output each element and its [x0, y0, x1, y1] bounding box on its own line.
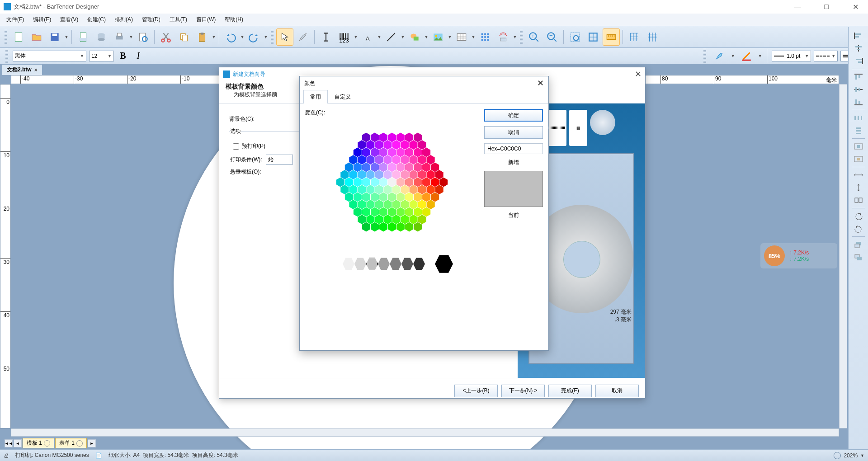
- color-cell[interactable]: [405, 193, 413, 202]
- color-cell[interactable]: [388, 148, 396, 157]
- zoom-out-button[interactable]: −: [543, 28, 561, 46]
- color-cell[interactable]: [405, 133, 413, 142]
- open-button[interactable]: [28, 28, 45, 46]
- zoom-in-button[interactable]: +: [525, 28, 542, 46]
- font-family-combo[interactable]: 黑体▼: [13, 51, 86, 61]
- menu-create[interactable]: 创建(C): [84, 14, 109, 25]
- color-cell[interactable]: [354, 178, 362, 187]
- gray-swatch[interactable]: [343, 257, 354, 271]
- vertical-scrollbar[interactable]: [839, 84, 847, 428]
- color-cell[interactable]: [362, 163, 370, 172]
- fill-dropdown[interactable]: ▼: [731, 54, 735, 58]
- wizard-next-button[interactable]: 下一步(N) >: [501, 385, 545, 397]
- picture-dropdown[interactable]: ▼: [448, 35, 452, 39]
- gray-swatch[interactable]: [366, 257, 378, 271]
- encoder-dropdown[interactable]: ▼: [513, 35, 517, 39]
- color-cell[interactable]: [362, 133, 370, 142]
- actual-size-button[interactable]: [603, 28, 620, 46]
- color-cell[interactable]: [396, 163, 405, 172]
- color-cell[interactable]: [345, 163, 353, 172]
- line-tool[interactable]: [382, 28, 400, 46]
- gray-swatch[interactable]: [390, 257, 401, 271]
- paste-dropdown[interactable]: ▼: [212, 35, 216, 39]
- color-cell[interactable]: [414, 133, 422, 142]
- italic-button[interactable]: I: [132, 50, 145, 62]
- menu-manage[interactable]: 管理(D): [138, 14, 164, 25]
- color-cell[interactable]: [371, 222, 379, 232]
- color-cell[interactable]: [418, 155, 426, 165]
- color-cell[interactable]: [392, 170, 400, 179]
- color-dialog-close[interactable]: ✕: [537, 78, 544, 88]
- color-cell[interactable]: [401, 155, 409, 165]
- print-dropdown[interactable]: ▼: [129, 35, 133, 39]
- wizard-finish-button[interactable]: 完成(F): [548, 385, 592, 397]
- color-cell[interactable]: [388, 193, 396, 202]
- gray-swatch[interactable]: [331, 257, 343, 271]
- wizard-back-button[interactable]: <上一步(B): [454, 385, 498, 397]
- color-cell[interactable]: [392, 200, 400, 209]
- same-size-icon[interactable]: [851, 194, 866, 206]
- menu-tools[interactable]: 工具(T): [166, 14, 191, 25]
- form-tab[interactable]: 表单 1: [55, 438, 87, 448]
- color-tab-custom[interactable]: 自定义: [328, 90, 358, 103]
- preprint-checkbox-input[interactable]: [233, 143, 239, 150]
- rotate-left-icon[interactable]: [851, 210, 866, 222]
- menu-arrange[interactable]: 排列(A): [111, 14, 137, 25]
- close-button[interactable]: ✕: [846, 3, 864, 11]
- same-width-icon[interactable]: [851, 169, 866, 181]
- color-cell[interactable]: [383, 185, 392, 194]
- color-cell[interactable]: [379, 207, 387, 217]
- barcode-dropdown[interactable]: ▼: [354, 35, 358, 39]
- database-button[interactable]: [93, 28, 110, 46]
- color-cell[interactable]: [427, 170, 435, 179]
- color-cell[interactable]: [401, 170, 409, 179]
- document-tab-close[interactable]: ×: [34, 67, 38, 73]
- color-cell[interactable]: [340, 185, 349, 194]
- color-cell[interactable]: [414, 222, 422, 232]
- color-cell[interactable]: [409, 140, 417, 150]
- table-dropdown[interactable]: ▼: [471, 35, 476, 39]
- zoom-out-icon[interactable]: [834, 452, 841, 459]
- table-tool[interactable]: [453, 28, 470, 46]
- fmt-grip[interactable]: [5, 49, 8, 63]
- color-cell[interactable]: [349, 185, 357, 194]
- color-cell[interactable]: [375, 170, 383, 179]
- color-cell[interactable]: [358, 215, 366, 224]
- bold-button[interactable]: B: [117, 50, 129, 62]
- text-dropdown[interactable]: ▼: [377, 35, 382, 39]
- color-cell[interactable]: [366, 155, 374, 165]
- hexagon-color-picker[interactable]: [324, 121, 460, 248]
- gray-swatch[interactable]: [354, 257, 366, 271]
- color-cell[interactable]: [379, 148, 387, 157]
- color-cell[interactable]: [405, 178, 413, 187]
- color-cell[interactable]: [371, 193, 379, 202]
- color-cell[interactable]: [422, 207, 430, 217]
- color-ok-button[interactable]: 确定: [484, 109, 543, 122]
- color-cell[interactable]: [418, 140, 426, 150]
- redo-button[interactable]: [245, 28, 263, 46]
- grid-button[interactable]: [644, 28, 661, 46]
- menu-view[interactable]: 查看(V): [57, 14, 82, 25]
- color-cell[interactable]: [396, 133, 405, 142]
- align-bottom-icon[interactable]: [851, 96, 866, 108]
- color-cell[interactable]: [405, 222, 413, 232]
- color-cell[interactable]: [379, 178, 387, 187]
- color-cell[interactable]: [392, 155, 400, 165]
- color-cell[interactable]: [431, 163, 439, 172]
- line-weight-combo[interactable]: 1.0 pt▼: [772, 51, 811, 61]
- color-cell[interactable]: [392, 215, 401, 224]
- color-cancel-button[interactable]: 取消: [484, 126, 543, 139]
- color-cell[interactable]: [414, 148, 422, 157]
- color-tab-common[interactable]: 常用: [303, 90, 328, 103]
- color-cell[interactable]: [410, 215, 418, 224]
- color-cell[interactable]: [375, 200, 383, 209]
- linecolor-dropdown[interactable]: ▼: [758, 54, 762, 58]
- color-cell[interactable]: [410, 200, 418, 209]
- picture-tool[interactable]: [429, 28, 447, 46]
- color-hex-input[interactable]: Hex=C0C0C0: [484, 143, 543, 154]
- color-cell[interactable]: [401, 215, 409, 224]
- color-cell[interactable]: [349, 170, 357, 179]
- color-cell[interactable]: [375, 185, 383, 194]
- tab-nav-next[interactable]: ►: [88, 439, 96, 447]
- snap-grid-button[interactable]: [626, 28, 643, 46]
